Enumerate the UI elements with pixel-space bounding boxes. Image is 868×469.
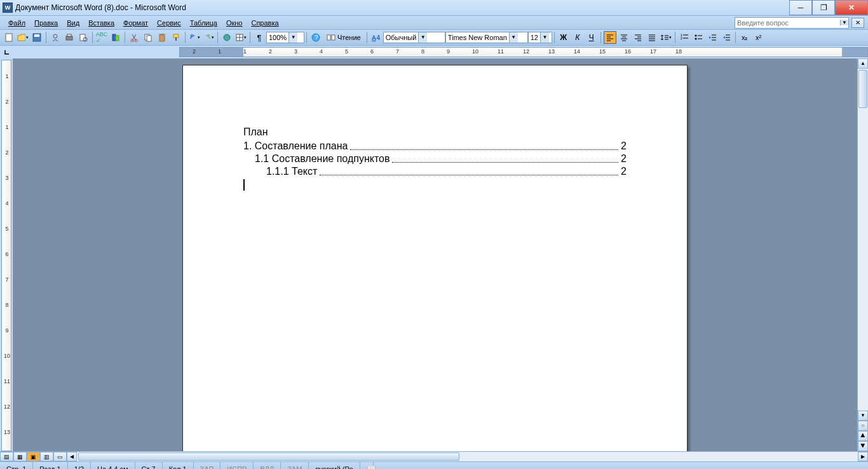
research-button[interactable] [109,31,122,44]
toc-entry[interactable]: 1.1 Составление подпунктов2 [243,153,627,165]
reading-view-button[interactable]: ▭ [53,452,67,461]
web-view-button[interactable]: ▦ [13,452,27,461]
align-justify-button[interactable] [646,31,658,44]
copy-button[interactable] [142,31,154,44]
numbered-list-button[interactable]: 12 [678,31,691,44]
status-overtype[interactable]: ЗАМ [281,462,309,469]
font-combo[interactable]: Times New Roman▼ [445,32,528,43]
align-right-button[interactable] [632,31,644,44]
vertical-ruler[interactable]: 1212345678910111213 [1,60,11,451]
print-preview-button[interactable] [77,31,90,44]
help-search-input[interactable] [735,19,840,27]
scroll-down-button[interactable]: ▼ [858,411,868,421]
vertical-scrollbar[interactable]: ▲ ▼ ○ ⯅ ⯆ [857,58,868,451]
menu-edit[interactable]: Правка [30,18,62,28]
next-page-button[interactable]: ⯆ [858,441,868,451]
status-pages[interactable]: 1/2 [68,462,91,469]
menu-table[interactable]: Таблица [186,18,222,28]
status-column[interactable]: Кол 1 [163,462,194,469]
toc-entry[interactable]: 1. Составление плана2 [243,140,627,153]
svg-rect-4 [66,36,72,40]
underline-button[interactable]: Ч [585,31,598,44]
menu-view[interactable]: Вид [62,18,84,28]
toc-entry[interactable]: 1.1.1 Текст2 [243,165,627,178]
zoom-combo[interactable]: 100%▼ [266,32,304,43]
help-search-dropdown[interactable]: ▼ [840,20,848,25]
status-track[interactable]: ИСПР [220,462,254,469]
open-button[interactable]: ▾ [17,31,29,44]
status-extend[interactable]: ВДЛ [254,462,281,469]
scroll-up-button[interactable]: ▲ [858,58,868,69]
style-combo[interactable]: Обычный▼ [383,32,445,43]
new-doc-button[interactable] [3,31,15,44]
status-position[interactable]: На 4,4 см [91,462,135,469]
print-button[interactable] [63,31,76,44]
scroll-thumb[interactable] [858,70,867,108]
reading-layout-button[interactable]: Чтение [323,31,364,44]
undo-button[interactable]: ▾ [188,31,201,44]
prev-page-button[interactable]: ⯅ [858,431,868,441]
svg-text:?: ? [315,34,318,41]
page[interactable]: План 1. Составление плана21.1 Составлени… [182,65,688,451]
align-center-button[interactable] [618,31,630,44]
menu-help[interactable]: Справка [247,18,283,28]
status-spellcheck-icon[interactable]: 📖 [360,462,374,469]
save-button[interactable] [31,31,43,44]
menu-insert[interactable]: Вставка [84,18,119,28]
help-search[interactable]: ▼ [735,17,849,29]
redo-button[interactable]: ▾ [202,31,215,44]
status-page[interactable]: Стр. 1 [0,462,33,469]
svg-rect-8 [112,34,116,41]
hscroll-thumb[interactable] [78,452,459,461]
menu-file[interactable]: Файл [4,18,30,28]
hyperlink-button[interactable] [220,31,233,44]
horizontal-ruler[interactable]: 21123456789101112131415161718 [179,47,868,57]
document-area[interactable]: План 1. Составление плана21.1 Составлени… [13,58,857,451]
normal-view-button[interactable]: ▤ [0,452,13,461]
plan-title: План [243,126,627,139]
bold-button[interactable]: Ж [557,31,570,44]
hscroll-right-button[interactable]: ▶ [858,452,868,461]
svg-rect-0 [6,34,12,41]
paste-button[interactable] [156,31,168,44]
print-view-button[interactable]: ▣ [27,452,40,461]
ruler-row: 21123456789101112131415161718 [0,46,868,58]
menu-format[interactable]: Формат [119,18,153,28]
outline-view-button[interactable]: ▥ [40,452,53,461]
close-doc-button[interactable]: ✕ [851,18,864,28]
decrease-indent-button[interactable] [706,31,719,44]
tables-borders-button[interactable]: ▾ [234,31,247,44]
status-language[interactable]: русский (Ро [309,462,360,469]
status-section[interactable]: Разд 1 [33,462,67,469]
spellcheck-button[interactable]: ABC✓ [95,31,108,44]
superscript-button[interactable]: x² [752,31,765,44]
svg-rect-9 [116,36,119,41]
cut-button[interactable] [128,31,140,44]
close-button[interactable]: ✕ [835,0,868,15]
status-record[interactable]: ЗАП [194,462,221,469]
increase-indent-button[interactable] [720,31,733,44]
minimize-button[interactable]: ─ [789,0,812,15]
tab-selector[interactable] [0,46,14,58]
toc-page: 2 [621,140,627,153]
status-line[interactable]: Ст 7 [135,462,163,469]
browse-object-button[interactable]: ○ [858,421,868,431]
align-left-button[interactable] [604,31,616,44]
maximize-button[interactable]: ❐ [812,0,835,15]
styles-pane-button[interactable]: A̲4 [370,31,383,44]
font-size-combo[interactable]: 12▼ [528,32,552,43]
permissions-button[interactable] [49,31,62,44]
help-button[interactable]: ? [309,31,322,44]
format-painter-button[interactable] [170,31,182,44]
menu-tools[interactable]: Сервис [153,18,186,28]
menu-window[interactable]: Окно [222,18,247,28]
subscript-button[interactable]: x₂ [738,31,751,44]
vertical-ruler-container: 1212345678910111213 [0,58,13,451]
line-spacing-button[interactable]: ▾ [660,31,672,44]
hscroll-track[interactable] [77,452,858,461]
show-paragraph-button[interactable]: ¶ [253,31,266,44]
scroll-track[interactable] [858,69,868,411]
bulleted-list-button[interactable] [692,31,705,44]
italic-button[interactable]: К [571,31,584,44]
hscroll-left-button[interactable]: ◀ [67,452,77,461]
